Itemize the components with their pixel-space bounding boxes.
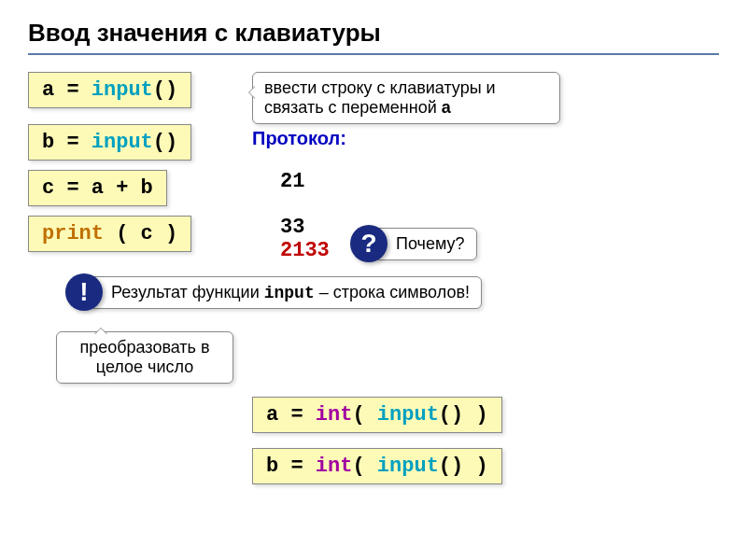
callout-result-note: Результат функции input – строка символо…: [90, 276, 482, 309]
code-line-4: print ( c ): [28, 216, 191, 252]
callout-why: Почему?: [374, 228, 477, 260]
callout-convert: преобразовать в целое число: [56, 331, 233, 384]
exclaim-badge: !: [65, 273, 103, 311]
protocol-value-1: 21: [280, 170, 304, 193]
protocol-value-3: 2133: [280, 239, 330, 262]
code-line-1: a = input(): [28, 72, 191, 108]
callout-enter-string: ввести строку с клавиатуры и связать с п…: [252, 72, 560, 124]
code-int-a: a = int( input() ): [252, 397, 502, 433]
code-int-b: b = int( input() ): [252, 448, 502, 484]
protocol-label: Протокол:: [252, 128, 346, 149]
slide-title: Ввод значения с клавиатуры: [28, 19, 719, 55]
code-line-3: c = a + b: [28, 170, 167, 206]
protocol-value-2: 33: [280, 216, 330, 239]
code-line-2: b = input(): [28, 124, 191, 161]
question-badge: ?: [350, 225, 388, 262]
